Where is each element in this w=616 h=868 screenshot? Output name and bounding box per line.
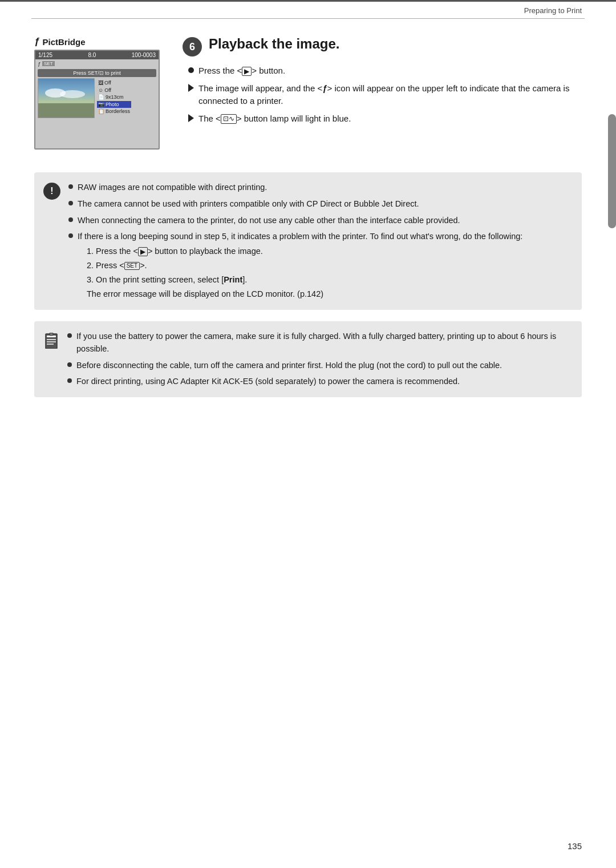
memo-item-1: If you use the battery to power the came… bbox=[67, 330, 570, 356]
memo-text-1: If you use the battery to power the came… bbox=[76, 330, 570, 356]
sub-step-1: 1. Press the <▶> button to playback the … bbox=[87, 245, 522, 258]
instruction-text-3: The <⊡∿> button lamp will light in blue. bbox=[198, 112, 351, 126]
memo-item-2: Before disconnecting the cable, turn off… bbox=[67, 360, 570, 372]
camera-icon-small: ƒ bbox=[38, 61, 40, 67]
instruction-1: Press the <▶> button. bbox=[188, 64, 582, 78]
menu-item-2: ☺Off bbox=[97, 87, 131, 94]
note-bullet-1 bbox=[68, 184, 73, 189]
camera-set-row: ƒ SET bbox=[35, 59, 159, 68]
caution-list: RAW images are not compatible with direc… bbox=[68, 181, 570, 301]
camera-photo-thumbnail bbox=[38, 78, 95, 118]
caution-item-2: The camera cannot be used with printers … bbox=[68, 198, 570, 211]
play-btn-icon: ▶ bbox=[242, 67, 252, 76]
caution-text-4: If there is a long beeping sound in step… bbox=[78, 232, 522, 241]
caution-content: RAW images are not compatible with direc… bbox=[68, 181, 570, 301]
caution-symbol: ! bbox=[50, 186, 53, 196]
set-badge: SET bbox=[42, 60, 55, 67]
caution-note-box: ! RAW images are not compatible with dir… bbox=[34, 172, 582, 310]
camera-print-bar: Press SET/⊡ to print bbox=[38, 69, 156, 77]
photo-clouds bbox=[44, 87, 90, 99]
pictbridge-icon: ƒ bbox=[34, 36, 39, 47]
menu-item-1: 🖼Off bbox=[97, 79, 131, 87]
camera-menu: 🖼Off ☺Off 📄9x13cm 📷Photo 📋Borderless bbox=[97, 78, 131, 118]
main-content: ƒ PictBridge 1/125 8.0 100-0003 ƒ SET Pr… bbox=[0, 19, 616, 426]
sub-steps-list: 1. Press the <▶> button to playback the … bbox=[87, 245, 522, 286]
set-btn-sub: SET bbox=[124, 262, 140, 270]
svg-point-1 bbox=[60, 90, 85, 98]
print-prompt-text: Press SET/⊡ to print bbox=[73, 70, 121, 76]
caution-item-4: If there is a long beeping sound in step… bbox=[68, 231, 570, 301]
sub-step-text-2: 2. Press <SET>. bbox=[87, 260, 147, 272]
step-number: 6 bbox=[183, 37, 202, 56]
error-message: The error message will be displayed on t… bbox=[87, 288, 522, 301]
step-title: Playback the image. bbox=[209, 36, 339, 53]
camera-image-area: 🖼Off ☺Off 📄9x13cm 📷Photo 📋Borderless bbox=[38, 78, 156, 118]
header-title: Preparing to Print bbox=[524, 6, 582, 15]
step-header: 6 Playback the image. bbox=[183, 36, 582, 56]
instruction-list: Press the <▶> button. The image will app… bbox=[188, 64, 582, 125]
pictbridge-text: PictBridge bbox=[42, 37, 85, 47]
sub-step-2: 2. Press <SET>. bbox=[87, 260, 522, 272]
bullet-arrow-3 bbox=[188, 114, 194, 122]
page-footer: 135 bbox=[568, 841, 582, 851]
sub-step-text-3: 3. On the print setting screen, select [… bbox=[87, 274, 247, 286]
shutter-value: 1/125 bbox=[38, 52, 52, 58]
caution-text-4-container: If there is a long beeping sound in step… bbox=[78, 231, 522, 301]
bullet-arrow-2 bbox=[188, 84, 194, 92]
caution-text-1: RAW images are not compatible with direc… bbox=[78, 181, 267, 194]
photo-ground bbox=[38, 103, 94, 118]
memo-note-box: If you use the battery to power the came… bbox=[34, 321, 582, 397]
memo-content: If you use the battery to power the came… bbox=[67, 330, 570, 388]
page-header: Preparing to Print bbox=[0, 0, 616, 15]
file-number: 100-0003 bbox=[132, 52, 156, 58]
camera-screen: 1/125 8.0 100-0003 ƒ SET Press SET/⊡ to … bbox=[34, 50, 160, 150]
memo-text-3: For direct printing, using AC Adapter Ki… bbox=[76, 376, 460, 388]
menu-item-4: 📷Photo bbox=[97, 101, 131, 108]
print-btn-icon: ⊡∿ bbox=[221, 114, 237, 123]
sub-step-text-1: 1. Press the <▶> button to playback the … bbox=[87, 245, 263, 258]
scrollbar[interactable] bbox=[608, 114, 616, 228]
instruction-2: The image will appear, and the <ƒ> icon … bbox=[188, 82, 582, 108]
memo-icon bbox=[44, 333, 58, 349]
sub-step-3: 3. On the print setting screen, select [… bbox=[87, 274, 522, 286]
pictbridge-label: ƒ PictBridge bbox=[34, 36, 165, 47]
bullet-circle-1 bbox=[188, 67, 194, 73]
memo-text-2: Before disconnecting the cable, turn off… bbox=[76, 360, 502, 372]
caution-text-3: When connecting the camera to the printe… bbox=[78, 215, 460, 227]
caution-icon: ! bbox=[43, 183, 60, 200]
memo-list: If you use the battery to power the came… bbox=[67, 330, 570, 388]
instruction-text-2: The image will appear, and the <ƒ> icon … bbox=[198, 82, 582, 108]
menu-item-3: 📄9x13cm bbox=[97, 94, 131, 101]
memo-bullet-3 bbox=[67, 378, 72, 383]
memo-item-3: For direct printing, using AC Adapter Ki… bbox=[67, 376, 570, 388]
play-btn-sub: ▶ bbox=[138, 247, 148, 256]
step-6-section: ƒ PictBridge 1/125 8.0 100-0003 ƒ SET Pr… bbox=[34, 36, 582, 150]
svg-rect-8 bbox=[50, 333, 53, 336]
note-bullet-4 bbox=[68, 233, 73, 238]
aperture-value: 8.0 bbox=[88, 52, 96, 58]
caution-text-2: The camera cannot be used with printers … bbox=[78, 198, 419, 211]
caution-item-3: When connecting the camera to the printe… bbox=[68, 215, 570, 227]
memo-bullet-2 bbox=[67, 362, 72, 367]
note-bullet-3 bbox=[68, 217, 73, 222]
memo-icon-container bbox=[43, 333, 59, 350]
memo-bullet-1 bbox=[67, 333, 72, 338]
instruction-text-1: Press the <▶> button. bbox=[198, 64, 285, 78]
page-number: 135 bbox=[568, 841, 582, 851]
step-content: 6 Playback the image. Press the <▶> butt… bbox=[183, 36, 582, 150]
camera-screen-container: ƒ PictBridge 1/125 8.0 100-0003 ƒ SET Pr… bbox=[34, 36, 165, 150]
instruction-3: The <⊡∿> button lamp will light in blue. bbox=[188, 112, 582, 126]
print-bold: Print bbox=[224, 275, 242, 284]
caution-item-1: RAW images are not compatible with direc… bbox=[68, 181, 570, 194]
camera-top-bar: 1/125 8.0 100-0003 bbox=[35, 51, 159, 59]
note-bullet-2 bbox=[68, 201, 73, 205]
menu-item-5: 📋Borderless bbox=[97, 108, 131, 115]
